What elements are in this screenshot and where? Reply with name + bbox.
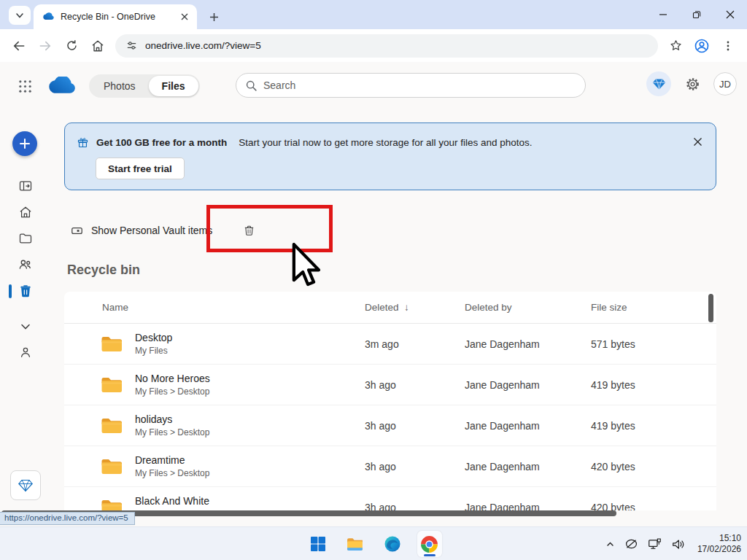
view-toggle: Photos Files	[89, 74, 200, 98]
file-name: holidays	[135, 413, 209, 425]
app-launcher-icon[interactable]	[12, 73, 38, 99]
profile-button[interactable]	[690, 34, 713, 58]
taskbar: 15:10 17/02/2026	[0, 526, 747, 560]
desktop: { "browser": { "tab": { "title": "Recycl…	[0, 0, 747, 560]
toggle-files[interactable]: Files	[149, 76, 198, 96]
premium-diamond-icon[interactable]	[646, 71, 671, 96]
taskbar-clock[interactable]: 15:10 17/02/2026	[697, 533, 741, 555]
file-name: Black And White	[135, 495, 209, 507]
new-item-fab[interactable]	[12, 131, 37, 156]
deleted-by: Jane Dagenham	[465, 502, 591, 511]
file-name: Dreamtime	[135, 454, 209, 466]
tray-network-icon[interactable]	[648, 537, 662, 551]
close-button[interactable]	[713, 0, 747, 29]
restore-button[interactable]	[680, 0, 713, 29]
home-button[interactable]	[86, 34, 109, 58]
table-row[interactable]: holidays My Files > Desktop 3h ago Jane …	[64, 405, 716, 446]
browser-menu-icon[interactable]	[716, 34, 740, 58]
tab-close-icon[interactable]	[178, 10, 191, 23]
file-size: 420 bytes	[591, 502, 716, 511]
active-app-indicator	[424, 554, 436, 556]
folder-icon	[101, 417, 123, 435]
file-name: Desktop	[135, 332, 172, 343]
file-size: 571 bytes	[591, 338, 716, 350]
file-path: My Files > Desktop	[135, 468, 209, 478]
tray-chevron-up-icon[interactable]	[605, 540, 615, 549]
edge-icon[interactable]	[380, 531, 405, 557]
search-bar[interactable]	[236, 73, 586, 98]
file-size: 419 bytes	[591, 420, 716, 432]
tray-muted-icon[interactable]	[624, 538, 638, 550]
expand-pane-icon[interactable]	[18, 178, 33, 193]
my-files-nav-icon[interactable]	[18, 230, 33, 246]
start-button[interactable]	[306, 531, 330, 557]
system-tray: 15:10 17/02/2026	[605, 527, 741, 560]
column-header-file-size[interactable]: File size	[591, 302, 716, 313]
deleted-time: 3h ago	[365, 502, 465, 511]
address-bar[interactable]: onedrive.live.com/?view=5	[115, 34, 658, 58]
tab-search-button[interactable]	[9, 6, 31, 25]
shared-nav-icon[interactable]	[18, 257, 33, 272]
window-controls	[646, 0, 747, 29]
file-path: My Files	[135, 346, 172, 356]
deleted-time: 3h ago	[365, 379, 465, 391]
search-input[interactable]	[263, 79, 541, 91]
browser-tab[interactable]: Recycle Bin - OneDrive	[34, 4, 197, 29]
banner-close-icon[interactable]	[689, 133, 705, 149]
settings-gear-icon[interactable]	[680, 71, 705, 96]
file-name: No More Heroes	[135, 373, 210, 384]
back-button[interactable]	[7, 34, 31, 58]
deleted-time: 3m ago	[365, 338, 465, 350]
vertical-scrollbar-thumb[interactable]	[708, 294, 713, 322]
folder-icon	[101, 376, 123, 394]
toggle-icon	[70, 224, 84, 238]
table-row[interactable]: Black And White My Files > Desktop 3h ag…	[64, 487, 716, 510]
deleted-time: 3h ago	[365, 420, 465, 432]
url-text: onedrive.live.com/?view=5	[145, 40, 261, 51]
deleted-by: Jane Dagenham	[465, 338, 591, 350]
active-nav-indicator	[9, 284, 12, 298]
recycle-bin-table: Name Deleted ↓ Deleted by File size Desk…	[64, 292, 716, 510]
recycle-bin-nav-icon[interactable]	[18, 283, 33, 298]
bookmark-star-icon[interactable]	[664, 34, 687, 58]
chrome-icon[interactable]	[417, 531, 442, 557]
rail-chevron-down-icon[interactable]	[18, 319, 33, 334]
show-personal-vault-toggle[interactable]: Show Personal Vault items	[70, 224, 212, 238]
folder-icon	[101, 458, 123, 475]
table-row[interactable]: Desktop My Files 3m ago Jane Dagenham 57…	[64, 324, 716, 365]
file-size: 419 bytes	[591, 379, 716, 391]
sort-descending-icon: ↓	[404, 302, 409, 313]
start-free-trial-button[interactable]: Start free trial	[96, 158, 185, 179]
onedrive-logo-icon[interactable]	[47, 77, 77, 96]
tab-title: Recycle Bin - OneDrive	[61, 12, 178, 22]
onedrive-header: Photos Files JD	[0, 62, 747, 110]
column-header-deleted[interactable]: Deleted ↓	[365, 302, 465, 313]
new-tab-button[interactable]	[204, 7, 223, 26]
gift-icon	[77, 136, 89, 149]
site-settings-icon[interactable]	[125, 39, 138, 52]
column-header-name[interactable]: Name	[64, 302, 365, 313]
browser-toolbar: onedrive.live.com/?view=5	[0, 29, 747, 62]
toggle-photos[interactable]: Photos	[90, 76, 149, 96]
onedrive-favicon-icon	[42, 12, 55, 21]
browser-tab-strip: Recycle Bin - OneDrive	[0, 0, 747, 29]
minimize-button[interactable]	[646, 0, 680, 29]
account-avatar[interactable]: JD	[713, 72, 737, 96]
banner-message: Start your trial now to get more storage…	[239, 137, 532, 148]
file-explorer-icon[interactable]	[343, 531, 368, 557]
premium-rail-button[interactable]	[10, 470, 41, 500]
tray-volume-icon[interactable]	[671, 538, 685, 551]
profile-nav-icon[interactable]	[18, 344, 33, 359]
table-row[interactable]: No More Heroes My Files > Desktop 3h ago…	[64, 365, 716, 405]
forward-button[interactable]	[34, 34, 57, 58]
reload-button[interactable]	[60, 34, 83, 58]
column-header-deleted-by[interactable]: Deleted by	[465, 302, 591, 313]
clock-date: 17/02/2026	[697, 544, 741, 555]
file-table-body: Desktop My Files 3m ago Jane Dagenham 57…	[64, 324, 716, 510]
header-actions: JD	[646, 71, 737, 96]
file-size: 420 bytes	[591, 461, 716, 472]
home-nav-icon[interactable]	[18, 204, 33, 219]
folder-icon	[101, 335, 123, 353]
file-path: My Files > Desktop	[135, 427, 209, 438]
table-row[interactable]: Dreamtime My Files > Desktop 3h ago Jane…	[64, 446, 716, 487]
